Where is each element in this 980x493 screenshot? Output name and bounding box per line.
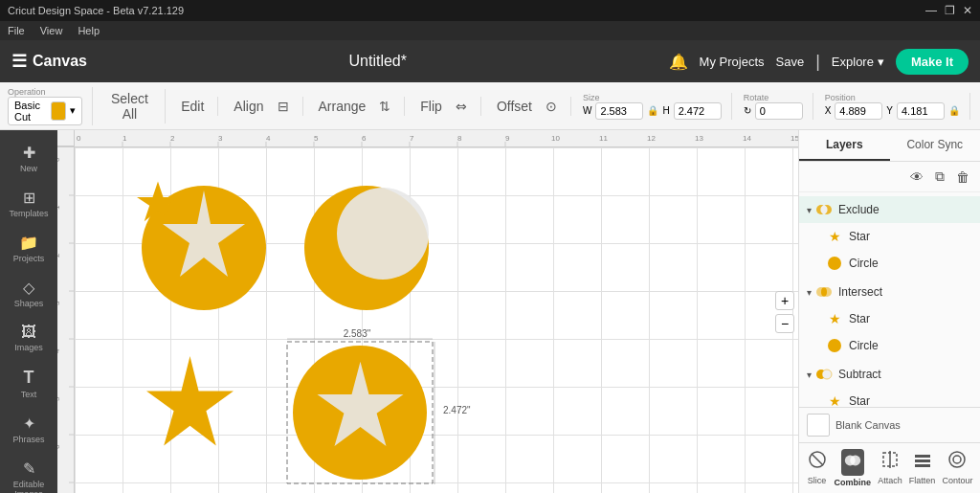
panel-eye-button[interactable]: 👁	[907, 167, 926, 188]
sidebar-item-text[interactable]: T Text	[4, 362, 54, 405]
svg-point-67	[949, 452, 965, 467]
zoom-out-button[interactable]: −	[775, 314, 794, 333]
sidebar-item-templates[interactable]: ⊞ Templates	[4, 183, 54, 224]
y-label: Y	[886, 105, 893, 116]
sidebar-item-phrases[interactable]: ✦ Phrases	[4, 409, 54, 450]
panel-copy-button[interactable]: ⧉	[932, 166, 947, 188]
svg-point-61	[850, 456, 860, 466]
operation-dropdown[interactable]: Basic Cut ▾	[8, 97, 82, 125]
svg-rect-66	[915, 464, 930, 467]
size-section: Size W 🔒 H	[583, 93, 722, 120]
minimize-btn[interactable]: —	[925, 4, 937, 17]
x-label: X	[825, 105, 832, 116]
intersect-group[interactable]	[146, 356, 234, 446]
select-all-button[interactable]: Select All	[104, 89, 156, 123]
sidebar-item-shapes[interactable]: ◇ Shapes	[4, 273, 54, 314]
svg-text:14: 14	[743, 134, 751, 143]
canvas-area[interactable]: 0 1 2 3 4 5 6 7 8 9 10 11 12 13	[57, 130, 798, 493]
attach-tool[interactable]: Attach	[878, 449, 902, 487]
projects-label: Projects	[13, 254, 45, 263]
slice-tool[interactable]: Slice	[807, 449, 828, 487]
tab-layers[interactable]: Layers	[799, 130, 890, 161]
offset-icon-btn[interactable]: ⊙	[542, 97, 561, 116]
layer-group-intersect-header[interactable]: ▾ Intersect	[799, 279, 980, 305]
exclude-group-2[interactable]	[304, 186, 429, 310]
maximize-btn[interactable]: ❐	[945, 4, 955, 17]
svg-text:1: 1	[57, 205, 61, 210]
star-icon-subtract: ★	[826, 392, 843, 407]
flatten-tool[interactable]: Flatten	[909, 449, 936, 487]
subtract-group[interactable]	[287, 342, 433, 483]
panel-content[interactable]: ▾ Exclude ★ Star	[799, 192, 980, 407]
edit-button[interactable]: Edit	[177, 97, 208, 116]
slice-label: Slice	[808, 476, 827, 485]
sidebar-item-images[interactable]: 🖼 Images	[4, 318, 54, 358]
blank-canvas-label: Blank Canvas	[835, 419, 901, 431]
flip-button[interactable]: Flip	[416, 97, 446, 116]
svg-text:4: 4	[266, 134, 271, 143]
explore-button[interactable]: Explore ▾	[832, 55, 884, 69]
tab-color-sync[interactable]: Color Sync	[890, 130, 981, 161]
templates-icon: ⊞	[23, 189, 35, 207]
sidebar-item-projects[interactable]: 📁 Projects	[4, 228, 54, 269]
text-label: Text	[21, 390, 37, 399]
canvas-svg[interactable]: 2.583" 2.472"	[75, 147, 798, 493]
svg-text:4: 4	[57, 348, 61, 353]
layer-item-intersect-circle[interactable]: Circle	[799, 332, 980, 359]
canvas-content[interactable]: 2.583" 2.472"	[75, 147, 798, 493]
align-icon-btn[interactable]: ⊟	[274, 97, 293, 116]
offset-button[interactable]: Offset	[493, 97, 536, 116]
zoom-in-button[interactable]: +	[775, 291, 794, 310]
svg-text:2: 2	[57, 253, 61, 258]
align-group: Align ⊟	[230, 97, 302, 116]
contour-tool[interactable]: Contour	[942, 449, 972, 487]
layer-item-intersect-star[interactable]: ★ Star	[799, 305, 980, 332]
y-input[interactable]	[897, 102, 945, 120]
menu-help[interactable]: Help	[78, 25, 100, 36]
close-btn[interactable]: ✕	[963, 4, 972, 17]
svg-text:5: 5	[57, 396, 61, 401]
ruler-left: 0 1 2 3 4 5 6 7	[57, 147, 75, 493]
editable-images-label: Editable Images	[8, 480, 50, 493]
layer-group-subtract-header[interactable]: ▾ Subtract	[799, 361, 980, 388]
flatten-icon	[912, 449, 933, 474]
panel-delete-button[interactable]: 🗑	[953, 167, 972, 188]
height-input[interactable]	[674, 102, 722, 120]
images-label: Images	[14, 343, 43, 352]
my-projects-button[interactable]: My Projects	[700, 55, 765, 69]
blank-canvas-swatch	[807, 414, 830, 437]
layer-item-exclude-star[interactable]: ★ Star	[799, 223, 980, 250]
exclude-group[interactable]	[137, 182, 266, 311]
layer-item-subtract-star[interactable]: ★ Star	[799, 388, 980, 407]
menu-view[interactable]: View	[40, 25, 63, 36]
sidebar-item-new[interactable]: ✚ New	[4, 138, 54, 179]
color-swatch[interactable]	[51, 101, 65, 121]
notification-icon[interactable]: 🔔	[669, 53, 688, 71]
x-input[interactable]	[835, 102, 882, 120]
layer-item-exclude-circle[interactable]: Circle	[799, 250, 980, 277]
text-icon: T	[24, 368, 34, 388]
save-button[interactable]: Save	[776, 55, 805, 69]
width-input[interactable]	[595, 102, 643, 120]
intersect-circle-label: Circle	[849, 339, 879, 352]
dim-label-top: 2.583"	[344, 328, 371, 339]
sidebar-item-editable-images[interactable]: ✎ Editable Images	[4, 454, 54, 493]
lock-icon[interactable]: 🔒	[647, 105, 658, 116]
combine-tool[interactable]: Combine	[835, 449, 872, 487]
arrange-button[interactable]: Arrange	[315, 97, 370, 116]
app-body: ✚ New ⊞ Templates 📁 Projects ◇ Shapes 🖼 …	[0, 130, 980, 493]
flip-icon-btn[interactable]: ⇔	[452, 97, 471, 116]
app-logo[interactable]: ☰ Canvas	[11, 51, 87, 72]
menu-file[interactable]: File	[8, 25, 25, 36]
arrange-icon-btn[interactable]: ⇅	[375, 97, 394, 116]
dim-label-right: 2.472"	[443, 405, 471, 415]
layer-group-exclude-header[interactable]: ▾ Exclude	[799, 196, 980, 223]
make-it-button[interactable]: Make It	[896, 49, 969, 75]
align-button[interactable]: Align	[230, 97, 267, 116]
arrange-group: Arrange ⇅	[315, 97, 406, 116]
position-lock-icon[interactable]: 🔒	[948, 105, 960, 116]
position-section: Position X Y 🔒	[825, 93, 960, 120]
chevron-down-icon-intersect: ▾	[807, 287, 812, 298]
projects-icon: 📁	[19, 234, 38, 252]
rotate-input[interactable]	[755, 102, 803, 120]
